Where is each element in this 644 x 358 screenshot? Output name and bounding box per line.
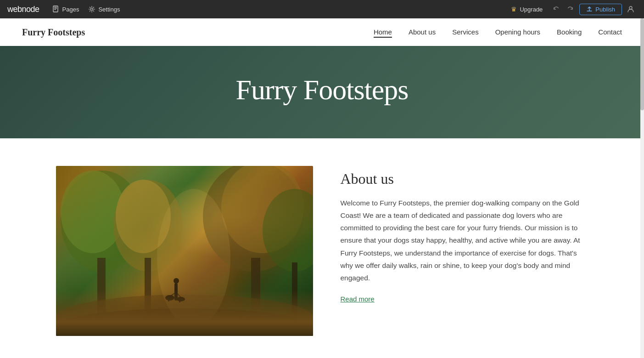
redo-button[interactable] — [564, 4, 577, 15]
editor-bar: webnode Pages Settings ♛ Upgrade — [0, 0, 644, 18]
pages-label: Pages — [62, 6, 79, 13]
crown-icon: ♛ — [511, 6, 517, 13]
nav-item-contact[interactable]: Contact — [598, 28, 622, 36]
publish-button[interactable]: Publish — [579, 4, 622, 15]
scrollbar-thumb[interactable] — [640, 18, 644, 110]
nav-link-about[interactable]: About us — [409, 28, 436, 36]
nav-item-booking[interactable]: Booking — [557, 28, 582, 36]
about-text: About us Welcome to Furry Footsteps, the… — [341, 166, 588, 303]
hero-title: Furry Footsteps — [236, 74, 409, 106]
about-section: About us Welcome to Furry Footsteps, the… — [19, 138, 625, 358]
site-logo: Furry Footsteps — [22, 27, 85, 38]
scrollbar-track[interactable] — [640, 18, 644, 358]
nav-item-home[interactable]: Home — [374, 28, 392, 36]
svg-point-21 — [174, 278, 179, 284]
svg-rect-1 — [54, 7, 57, 7]
hero-section: Furry Footsteps — [0, 46, 644, 138]
upgrade-label: Upgrade — [520, 6, 543, 13]
pages-icon — [52, 6, 60, 13]
site-nav-links: Home About us Services Opening hours Boo… — [374, 28, 622, 36]
webnode-logo: webnode — [7, 5, 39, 14]
editor-right-controls: ♛ Upgrade Publish — [506, 3, 637, 15]
svg-rect-0 — [53, 6, 58, 12]
svg-rect-2 — [54, 8, 57, 9]
settings-nav-item[interactable]: Settings — [88, 6, 120, 13]
svg-point-5 — [629, 6, 632, 9]
nav-link-services[interactable]: Services — [452, 28, 479, 36]
about-body: Welcome to Furry Footsteps, the premier … — [341, 197, 588, 284]
nav-link-home[interactable]: Home — [374, 28, 392, 38]
undo-redo-group — [550, 4, 577, 15]
pages-nav-item[interactable]: Pages — [52, 6, 79, 13]
about-image — [56, 166, 313, 336]
read-more-link[interactable]: Read more — [341, 295, 375, 303]
ground-layer — [56, 290, 313, 336]
about-heading: About us — [341, 170, 588, 188]
settings-icon — [88, 6, 95, 13]
about-image-wrapper — [56, 166, 313, 336]
undo-button[interactable] — [550, 4, 563, 15]
nav-item-opening[interactable]: Opening hours — [495, 28, 540, 36]
settings-label: Settings — [98, 6, 120, 13]
upgrade-button[interactable]: ♛ Upgrade — [506, 4, 547, 15]
nav-item-services[interactable]: Services — [452, 28, 479, 36]
svg-point-4 — [91, 8, 93, 11]
nav-link-opening[interactable]: Opening hours — [495, 28, 540, 36]
nav-item-about[interactable]: About us — [409, 28, 436, 36]
site-nav: Furry Footsteps Home About us Services O… — [0, 18, 644, 46]
nav-link-booking[interactable]: Booking — [557, 28, 582, 36]
nav-link-contact[interactable]: Contact — [598, 28, 622, 36]
svg-rect-3 — [54, 9, 56, 10]
publish-label: Publish — [595, 6, 615, 13]
user-account-button[interactable] — [625, 3, 637, 15]
